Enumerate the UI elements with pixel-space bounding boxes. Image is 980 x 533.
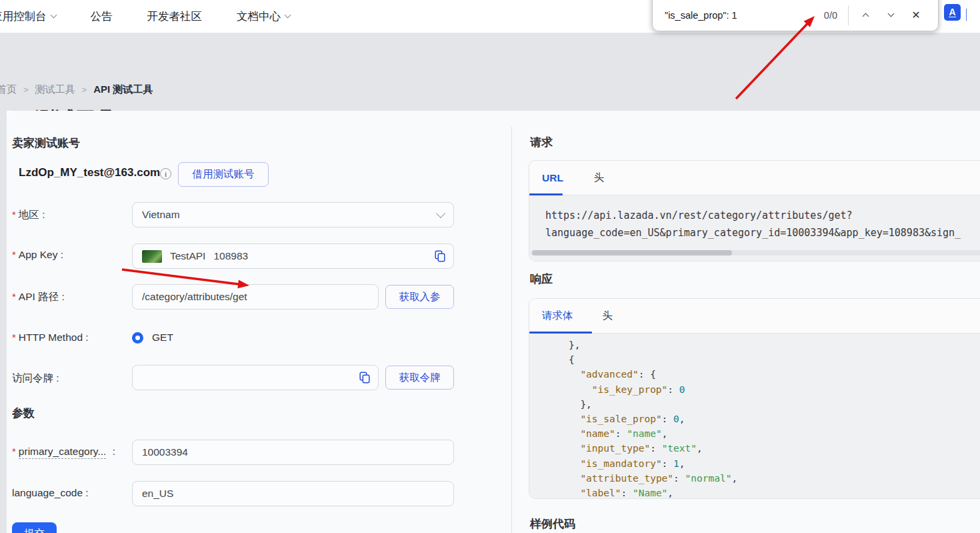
browser-find-bar: "is_sale_prop": 1 0/0 ✕ (652, 0, 939, 31)
primary-category-label: *primary_category... : (12, 446, 115, 458)
response-json-code: }, { "advanced": { "is_key_prop": 0 }, "… (529, 334, 980, 499)
tab-request-headers[interactable]: 头 (594, 171, 605, 185)
chevron-down-icon (966, 9, 967, 21)
language-code-label: language_code : (12, 487, 89, 499)
nav-item-doc-center[interactable]: 文档中心 (237, 9, 290, 24)
nav-item-doc-center-label: 文档中心 (237, 9, 281, 24)
request-tab-bar: URL 头 (529, 161, 980, 195)
response-card: 请求体 头 }, { "advanced": { "is_key_prop": … (529, 298, 980, 499)
find-match-count: 0/0 (800, 10, 848, 21)
nav-item-announcements[interactable]: 公告 (91, 9, 113, 24)
sample-code-heading: 样例代码 (530, 516, 575, 532)
copy-icon[interactable] (435, 250, 445, 262)
required-mark: * (12, 291, 16, 302)
api-path-value: /category/attributes/get (142, 291, 247, 303)
nav-item-developer-community[interactable]: 开发者社区 (147, 9, 203, 24)
divider (848, 5, 849, 25)
top-nav-items: 应用控制台 公告 开发者社区 文档中心 (0, 0, 290, 33)
copy-icon[interactable] (359, 372, 370, 384)
page-header-band: 首页 > 测试工具 > API 测试工具 API 测试工具 (0, 33, 980, 111)
chevron-down-icon (887, 11, 894, 17)
api-path-input[interactable]: /category/attributes/get (132, 284, 379, 310)
app-key-label: *App Key : (12, 249, 63, 261)
tab-response-headers[interactable]: 头 (603, 309, 613, 323)
extension-dropdown-button[interactable] (966, 9, 967, 21)
nav-item-announcements-label: 公告 (91, 9, 113, 24)
required-mark: * (12, 249, 16, 260)
required-mark: * (12, 446, 16, 457)
breadcrumb-separator: > (23, 85, 29, 95)
chevron-up-icon (862, 13, 869, 20)
left-gutter (0, 111, 7, 533)
app-key-value: 108983 (213, 250, 248, 262)
submit-button[interactable]: 提交 (12, 522, 57, 533)
breadcrumb-test-tools[interactable]: 测试工具 (35, 83, 75, 96)
region-label: *地区 : (12, 208, 45, 222)
find-input[interactable]: "is_sale_prop": 1 (665, 10, 798, 21)
find-next-button[interactable] (878, 5, 903, 26)
tab-response-body[interactable]: 请求体 (542, 309, 573, 323)
required-mark: * (12, 332, 16, 343)
api-path-label: *API 路径 : (12, 290, 65, 304)
scrollbar-thumb[interactable] (532, 250, 732, 255)
nav-item-app-console-label: 应用控制台 (0, 9, 47, 24)
app-key-field[interactable]: TestAPI 108983 (132, 243, 454, 269)
horizontal-scrollbar (531, 250, 980, 255)
chevron-down-icon (436, 209, 445, 218)
app-name: TestAPI (170, 250, 205, 262)
access-token-input[interactable] (132, 365, 379, 390)
response-heading: 响应 (530, 272, 553, 287)
panel-divider (511, 127, 512, 533)
http-method-value: GET (152, 332, 173, 344)
nav-item-developer-community-label: 开发者社区 (147, 9, 203, 24)
language-code-input[interactable]: en_US (132, 481, 454, 506)
seller-test-account-email: LzdOp_MY_test@163.com (19, 166, 160, 179)
response-tab-bar: 请求体 头 (529, 299, 980, 334)
translate-badge-icon: A (949, 7, 955, 18)
request-heading: 请求 (530, 135, 553, 150)
nav-item-app-console[interactable]: 应用控制台 (0, 9, 56, 24)
region-select-value: Vietnam (142, 209, 180, 221)
find-close-button[interactable]: ✕ (903, 5, 929, 26)
region-select[interactable]: Vietnam (132, 202, 454, 227)
required-mark: * (12, 209, 16, 220)
close-icon: ✕ (911, 9, 920, 21)
access-token-label: 访问令牌 : (12, 372, 59, 386)
breadcrumb-separator: > (82, 85, 87, 95)
request-card: URL 头 https://api.lazada.vn/rest/categor… (529, 160, 980, 261)
chevron-down-icon (50, 12, 57, 19)
primary-category-value: 10003394 (142, 446, 188, 458)
get-input-params-button[interactable]: 获取入参 (385, 285, 454, 309)
breadcrumb-current: API 测试工具 (93, 83, 153, 96)
breadcrumb-home[interactable]: 首页 (0, 83, 17, 96)
language-code-value: en_US (142, 488, 173, 500)
primary-category-input[interactable]: 10003394 (132, 440, 454, 465)
http-method-radio-checked[interactable] (132, 332, 143, 344)
http-method-label: *HTTP Method : (12, 332, 89, 344)
translate-extension-button[interactable]: A (944, 4, 961, 21)
app-thumbnail-image (142, 250, 162, 263)
get-token-button[interactable]: 获取令牌 (385, 366, 454, 390)
breadcrumb: 首页 > 测试工具 > API 测试工具 (0, 83, 153, 96)
find-previous-button[interactable] (853, 5, 878, 26)
seller-account-heading: 卖家测试账号 (12, 135, 80, 151)
tab-url[interactable]: URL (542, 172, 563, 184)
borrow-test-account-button[interactable]: 借用测试账号 (178, 162, 269, 187)
info-icon[interactable]: i (160, 168, 171, 179)
params-heading: 参数 (12, 406, 35, 421)
active-tab-underline (529, 332, 592, 334)
chevron-down-icon (285, 12, 291, 19)
